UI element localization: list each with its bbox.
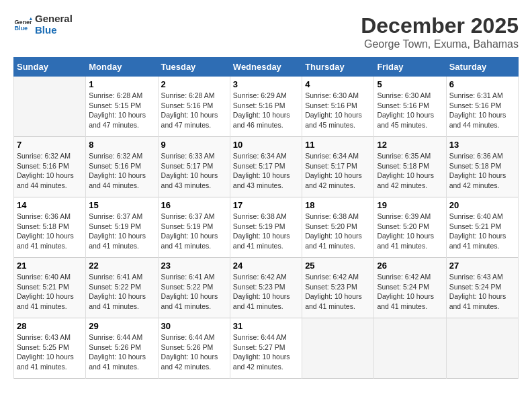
day-info: Sunrise: 6:32 AMSunset: 5:16 PMDaylight:… [17, 151, 83, 191]
week-row-2: 7Sunrise: 6:32 AMSunset: 5:16 PMDaylight… [14, 137, 519, 197]
day-number: 29 [89, 321, 154, 331]
day-info: Sunrise: 6:37 AMSunset: 5:19 PMDaylight:… [161, 212, 227, 251]
day-cell: 5Sunrise: 6:30 AMSunset: 5:16 PMDaylight… [374, 77, 446, 137]
day-cell: 30Sunrise: 6:44 AMSunset: 5:26 PMDayligh… [158, 318, 230, 379]
day-number: 31 [233, 321, 299, 331]
day-cell: 16Sunrise: 6:37 AMSunset: 5:19 PMDayligh… [158, 197, 230, 258]
day-info: Sunrise: 6:43 AMSunset: 5:24 PMDaylight:… [449, 272, 515, 312]
day-number: 27 [449, 261, 515, 271]
day-info: Sunrise: 6:44 AMSunset: 5:26 PMDaylight:… [89, 332, 154, 372]
day-number: 21 [17, 261, 83, 271]
day-info: Sunrise: 6:32 AMSunset: 5:16 PMDaylight:… [89, 151, 154, 191]
day-number: 10 [233, 140, 299, 150]
month-title: December 2025 [361, 13, 519, 38]
day-cell [302, 318, 374, 379]
day-number: 25 [305, 261, 371, 271]
logo-general: General [35, 13, 73, 25]
day-cell: 10Sunrise: 6:34 AMSunset: 5:17 PMDayligh… [230, 137, 302, 197]
day-cell: 31Sunrise: 6:44 AMSunset: 5:27 PMDayligh… [230, 318, 302, 379]
day-cell: 1Sunrise: 6:28 AMSunset: 5:15 PMDaylight… [86, 77, 158, 137]
day-cell [446, 318, 518, 379]
day-number: 23 [161, 261, 227, 271]
day-number: 14 [17, 200, 83, 210]
svg-text:General: General [14, 18, 32, 25]
header-friday: Friday [374, 58, 446, 77]
day-number: 4 [305, 79, 371, 89]
header-thursday: Thursday [302, 58, 374, 77]
day-info: Sunrise: 6:29 AMSunset: 5:16 PMDaylight:… [233, 91, 299, 130]
week-row-1: 1Sunrise: 6:28 AMSunset: 5:15 PMDaylight… [14, 77, 519, 137]
day-info: Sunrise: 6:36 AMSunset: 5:18 PMDaylight:… [449, 151, 515, 191]
location-title: George Town, Exuma, Bahamas [361, 38, 519, 50]
day-info: Sunrise: 6:41 AMSunset: 5:22 PMDaylight:… [89, 272, 154, 312]
day-number: 8 [89, 140, 154, 150]
day-info: Sunrise: 6:34 AMSunset: 5:17 PMDaylight:… [305, 151, 371, 191]
day-info: Sunrise: 6:39 AMSunset: 5:20 PMDaylight:… [377, 212, 443, 251]
day-cell: 18Sunrise: 6:38 AMSunset: 5:20 PMDayligh… [302, 197, 374, 258]
header-wednesday: Wednesday [230, 58, 302, 77]
day-number: 5 [377, 79, 443, 89]
calendar-header-row: SundayMondayTuesdayWednesdayThursdayFrid… [14, 58, 519, 77]
day-cell: 2Sunrise: 6:28 AMSunset: 5:16 PMDaylight… [158, 77, 230, 137]
day-info: Sunrise: 6:38 AMSunset: 5:20 PMDaylight:… [305, 212, 371, 251]
day-number: 30 [161, 321, 227, 331]
day-number: 12 [377, 140, 443, 150]
header-tuesday: Tuesday [158, 58, 230, 77]
day-info: Sunrise: 6:30 AMSunset: 5:16 PMDaylight:… [305, 91, 371, 130]
day-info: Sunrise: 6:35 AMSunset: 5:18 PMDaylight:… [377, 151, 443, 191]
day-cell: 3Sunrise: 6:29 AMSunset: 5:16 PMDaylight… [230, 77, 302, 137]
day-cell: 7Sunrise: 6:32 AMSunset: 5:16 PMDaylight… [14, 137, 86, 197]
day-number: 15 [89, 200, 154, 210]
day-cell: 15Sunrise: 6:37 AMSunset: 5:19 PMDayligh… [86, 197, 158, 258]
header-saturday: Saturday [446, 58, 518, 77]
day-number: 26 [377, 261, 443, 271]
week-row-4: 21Sunrise: 6:40 AMSunset: 5:21 PMDayligh… [14, 258, 519, 318]
day-number: 6 [449, 79, 515, 89]
day-number: 19 [377, 200, 443, 210]
day-info: Sunrise: 6:42 AMSunset: 5:23 PMDaylight:… [233, 272, 299, 312]
day-number: 20 [449, 200, 515, 210]
day-cell: 26Sunrise: 6:42 AMSunset: 5:24 PMDayligh… [374, 258, 446, 318]
day-cell: 12Sunrise: 6:35 AMSunset: 5:18 PMDayligh… [374, 137, 446, 197]
day-cell [374, 318, 446, 379]
day-cell: 25Sunrise: 6:42 AMSunset: 5:23 PMDayligh… [302, 258, 374, 318]
day-number: 1 [89, 79, 154, 89]
day-number: 13 [449, 140, 515, 150]
day-number: 16 [161, 200, 227, 210]
day-number: 2 [161, 79, 227, 89]
day-number: 7 [17, 140, 83, 150]
logo-icon: General Blue [13, 15, 32, 34]
day-number: 11 [305, 140, 371, 150]
day-cell: 27Sunrise: 6:43 AMSunset: 5:24 PMDayligh… [446, 258, 518, 318]
day-info: Sunrise: 6:28 AMSunset: 5:16 PMDaylight:… [161, 91, 227, 130]
week-row-3: 14Sunrise: 6:36 AMSunset: 5:18 PMDayligh… [14, 197, 519, 258]
day-cell: 24Sunrise: 6:42 AMSunset: 5:23 PMDayligh… [230, 258, 302, 318]
day-cell: 9Sunrise: 6:33 AMSunset: 5:17 PMDaylight… [158, 137, 230, 197]
day-info: Sunrise: 6:44 AMSunset: 5:26 PMDaylight:… [161, 332, 227, 372]
day-cell: 22Sunrise: 6:41 AMSunset: 5:22 PMDayligh… [86, 258, 158, 318]
day-cell: 6Sunrise: 6:31 AMSunset: 5:16 PMDaylight… [446, 77, 518, 137]
calendar-table: SundayMondayTuesdayWednesdayThursdayFrid… [13, 57, 519, 379]
day-info: Sunrise: 6:42 AMSunset: 5:23 PMDaylight:… [305, 272, 371, 312]
svg-text:Blue: Blue [14, 25, 28, 32]
day-cell: 29Sunrise: 6:44 AMSunset: 5:26 PMDayligh… [86, 318, 158, 379]
day-info: Sunrise: 6:38 AMSunset: 5:19 PMDaylight:… [233, 212, 299, 251]
day-number: 9 [161, 140, 227, 150]
day-info: Sunrise: 6:43 AMSunset: 5:25 PMDaylight:… [17, 332, 83, 372]
day-info: Sunrise: 6:33 AMSunset: 5:17 PMDaylight:… [161, 151, 227, 191]
day-number: 24 [233, 261, 299, 271]
day-cell: 28Sunrise: 6:43 AMSunset: 5:25 PMDayligh… [14, 318, 86, 379]
page-header: General Blue General Blue December 2025 … [13, 13, 519, 50]
day-info: Sunrise: 6:36 AMSunset: 5:18 PMDaylight:… [17, 212, 83, 251]
day-number: 18 [305, 200, 371, 210]
day-cell: 17Sunrise: 6:38 AMSunset: 5:19 PMDayligh… [230, 197, 302, 258]
day-cell: 14Sunrise: 6:36 AMSunset: 5:18 PMDayligh… [14, 197, 86, 258]
day-cell: 13Sunrise: 6:36 AMSunset: 5:18 PMDayligh… [446, 137, 518, 197]
day-number: 3 [233, 79, 299, 89]
day-info: Sunrise: 6:41 AMSunset: 5:22 PMDaylight:… [161, 272, 227, 312]
day-cell: 11Sunrise: 6:34 AMSunset: 5:17 PMDayligh… [302, 137, 374, 197]
day-info: Sunrise: 6:44 AMSunset: 5:27 PMDaylight:… [233, 332, 299, 372]
day-cell: 19Sunrise: 6:39 AMSunset: 5:20 PMDayligh… [374, 197, 446, 258]
title-block: December 2025 George Town, Exuma, Bahama… [361, 13, 519, 50]
day-info: Sunrise: 6:30 AMSunset: 5:16 PMDaylight:… [377, 91, 443, 130]
